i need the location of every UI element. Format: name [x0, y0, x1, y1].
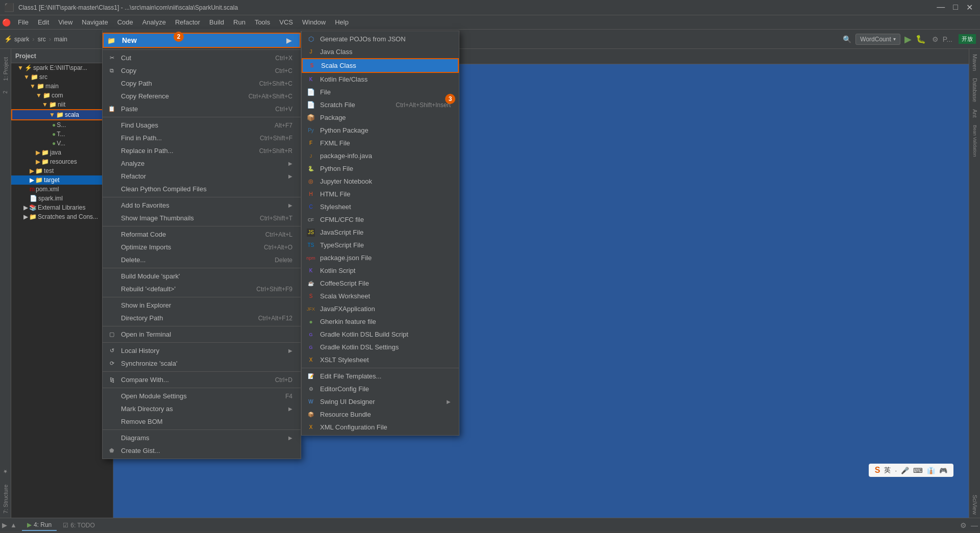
tree-scala[interactable]: ▼ 📁 scala	[11, 109, 113, 120]
tree-resources[interactable]: ▶ 📁 resources	[11, 157, 113, 166]
submenu-cfml[interactable]: CF CFML/CFC file	[302, 213, 459, 226]
context-module-settings[interactable]: Open Module Settings F4	[103, 390, 301, 402]
submenu-javafx[interactable]: JFX JavaFXApplication	[302, 302, 459, 315]
bottom-up-icon[interactable]: ▲	[10, 521, 17, 529]
submenu-gherkin[interactable]: ● Gherkin feature file	[302, 315, 459, 328]
submenu-generate-pojos[interactable]: ⬡ Generate POJOs from JSON	[302, 33, 459, 45]
tree-com[interactable]: ▼ 📁 com	[11, 91, 113, 100]
tree-niit[interactable]: ▼ 📁 niit	[11, 100, 113, 109]
run-button[interactable]: ▶	[904, 34, 912, 45]
sidebar-tab-structure[interactable]: 7: Structure	[2, 480, 10, 518]
context-paste[interactable]: 📋 Paste Ctrl+V	[103, 103, 301, 115]
submenu-scala-class[interactable]: S Scala Class	[302, 58, 459, 73]
context-analyze[interactable]: Analyze ▶	[103, 157, 301, 170]
context-mark-directory[interactable]: Mark Directory as ▶	[103, 402, 301, 415]
menu-help[interactable]: Help	[331, 17, 353, 28]
submenu-resource-bundle[interactable]: 📦 Resource Bundle	[302, 408, 459, 421]
run-config-selector[interactable]: WordCount ▾	[855, 34, 900, 45]
submenu-package[interactable]: 📦 Package	[302, 111, 459, 124]
context-find-in-path[interactable]: Find in Path... Ctrl+Shift+F	[103, 132, 301, 144]
context-build-module[interactable]: Build Module 'spark'	[103, 270, 301, 283]
context-cut[interactable]: ✂ Cut Ctrl+X	[103, 52, 301, 64]
tree-v[interactable]: ● V...	[11, 139, 113, 148]
submenu-python-file[interactable]: 🐍 Python File	[302, 162, 459, 175]
toolbar-search-icon[interactable]: 🔍	[843, 35, 851, 43]
sidebar-tab-favorites[interactable]: ★	[2, 465, 9, 478]
sidebar-tab-project[interactable]: 1: Project	[2, 53, 10, 85]
submenu-coffeescript[interactable]: ☕ CoffeeScript File	[302, 277, 459, 290]
maximize-button[interactable]: □	[950, 3, 961, 12]
context-replace-in-path[interactable]: Replace in Path... Ctrl+Shift+R	[103, 144, 301, 157]
menu-vcs[interactable]: VCS	[275, 17, 297, 28]
submenu-kotlin-file[interactable]: K Kotlin File/Class	[302, 73, 459, 86]
submenu-editorconfig[interactable]: ⚙ EditorConfig File	[302, 383, 459, 395]
right-tab-database[interactable]: Database	[971, 75, 979, 105]
tree-s[interactable]: ● S...	[11, 120, 113, 130]
context-rebuild[interactable]: Rebuild '<default>' Ctrl+Shift+F9	[103, 283, 301, 295]
submenu-scratch-file[interactable]: 📄 Scratch File Ctrl+Alt+Shift+Insert	[302, 98, 459, 111]
context-add-favorites[interactable]: Add to Favorites ▶	[103, 199, 301, 212]
tree-src[interactable]: ▼ 📁 src	[11, 72, 113, 82]
minimize-panel-icon[interactable]: —	[971, 521, 978, 529]
tab-todo[interactable]: ☑ 6: TODO	[58, 520, 100, 530]
context-compare[interactable]: ⧎ Compare With... Ctrl+D	[103, 373, 301, 386]
context-show-explorer[interactable]: Show in Explorer	[103, 299, 301, 312]
tab-run[interactable]: ▶ 4: Run	[22, 520, 57, 531]
submenu-javascript[interactable]: JS JavaScript File	[302, 226, 459, 239]
tree-main[interactable]: ▼ 📁 main	[11, 82, 113, 91]
submenu-fxml[interactable]: F FXML File	[302, 137, 459, 149]
submenu-package-info[interactable]: J package-info.java	[302, 149, 459, 162]
context-find-usages[interactable]: Find Usages Alt+F7	[103, 119, 301, 132]
context-local-history[interactable]: ↺ Local History ▶	[103, 344, 301, 357]
menu-tools[interactable]: Tools	[251, 17, 274, 28]
submenu-stylesheet[interactable]: C Stylesheet	[302, 200, 459, 213]
context-copy[interactable]: ⧉ Copy Ctrl+C	[103, 64, 301, 77]
menu-refactor[interactable]: Refactor	[171, 17, 204, 28]
close-button[interactable]: ✕	[963, 3, 976, 12]
context-delete[interactable]: Delete... Delete	[103, 253, 301, 266]
submenu-swing[interactable]: W Swing UI Designer ▶	[302, 395, 459, 408]
context-create-gist[interactable]: ⬟ Create Gist...	[103, 444, 301, 457]
context-directory-path[interactable]: Directory Path Ctrl+Alt+F12	[103, 312, 301, 324]
submenu-xslt[interactable]: X XSLT Stylesheet	[302, 353, 459, 366]
context-synchronize[interactable]: ⟳ Synchronize 'scala'	[103, 357, 301, 370]
submenu-java-class[interactable]: J Java Class	[302, 45, 459, 58]
right-tab-maven[interactable]: Maven	[971, 51, 979, 74]
sidebar-tab-2[interactable]: 2	[2, 87, 9, 98]
tree-scratches[interactable]: ▶ 📁 Scratches and Cons...	[11, 212, 113, 221]
right-tab-sciview[interactable]: SciView	[971, 492, 979, 518]
context-optimize-imports[interactable]: Optimize Imports Ctrl+Alt+O	[103, 241, 301, 253]
menu-file[interactable]: File	[14, 17, 33, 28]
context-open-terminal[interactable]: ▢ Open in Terminal	[103, 328, 301, 341]
tree-java[interactable]: ▶ 📁 java	[11, 148, 113, 157]
menu-view[interactable]: View	[54, 17, 77, 28]
context-clean-python[interactable]: Clean Python Compiled Files	[103, 183, 301, 195]
submenu-file[interactable]: 📄 File	[302, 86, 459, 98]
tree-test[interactable]: ▶ 📁 test	[11, 166, 113, 175]
settings-icon[interactable]: ⚙	[960, 521, 967, 529]
tree-spark-iml[interactable]: 📄 spark.iml	[11, 194, 113, 203]
submenu-typescript[interactable]: TS TypeScript File	[302, 239, 459, 251]
tree-target[interactable]: ▶ 📁 target	[11, 175, 113, 185]
submenu-python-package[interactable]: Py Python Package	[302, 124, 459, 137]
menu-build[interactable]: Build	[205, 17, 228, 28]
tree-spark[interactable]: ▼ ⚡ spark E:\NIIT\spar...	[11, 63, 113, 72]
submenu-jupyter[interactable]: ◎ Jupyter Notebook	[302, 175, 459, 188]
menu-code[interactable]: Code	[113, 17, 137, 28]
context-refactor[interactable]: Refactor ▶	[103, 170, 301, 183]
tree-pom[interactable]: m pom.xml	[11, 185, 113, 194]
window-controls[interactable]: — □ ✕	[934, 3, 976, 12]
debug-button[interactable]: 🐛	[916, 34, 926, 44]
menu-window[interactable]: Window	[298, 17, 330, 28]
bottom-expand-icon[interactable]: ▶	[2, 521, 7, 529]
context-copy-path[interactable]: Copy Path Ctrl+Shift+C	[103, 77, 301, 90]
menu-edit[interactable]: Edit	[34, 17, 53, 28]
right-tab-bean[interactable]: Bean Validation	[971, 122, 978, 160]
tree-external-libs[interactable]: ▶ 📚 External Libraries	[11, 203, 113, 212]
menu-analyze[interactable]: Analyze	[138, 17, 170, 28]
submenu-xml-config[interactable]: X XML Configuration File	[302, 421, 459, 434]
context-diagrams[interactable]: Diagrams ▶	[103, 432, 301, 444]
right-tab-ant[interactable]: Ant	[971, 106, 979, 121]
context-reformat[interactable]: Reformat Code Ctrl+Alt+L	[103, 228, 301, 241]
tree-t[interactable]: ● T...	[11, 130, 113, 139]
